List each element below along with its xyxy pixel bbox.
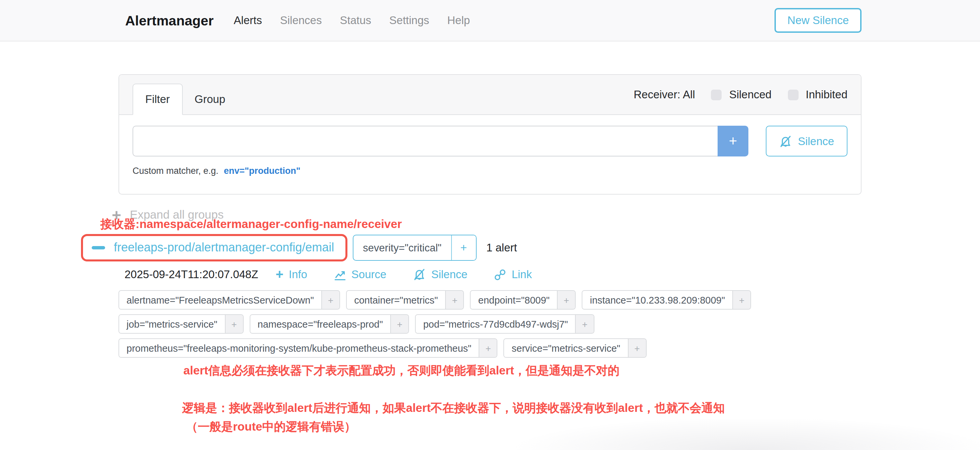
label-row: prometheus="freeleaps-monitoring-system/…	[118, 338, 862, 358]
add-label-filter-button[interactable]: +	[224, 315, 243, 333]
checkbox-icon[interactable]	[788, 89, 798, 100]
label-chip: alertname="FreeleapsMetricsServiceDown" …	[118, 290, 340, 310]
link-link[interactable]: Link	[494, 268, 532, 281]
nav-silences[interactable]: Silences	[280, 14, 322, 27]
alert-header-row: 2025-09-24T11:20:07.048Z + Info Source	[118, 268, 862, 281]
label-row: alertname="FreeleapsMetricsServiceDown" …	[118, 290, 862, 310]
silence-link-label: Silence	[431, 268, 467, 281]
receiver-filter-label[interactable]: Receiver: All	[633, 88, 695, 101]
info-link-label: Info	[289, 268, 307, 281]
alert-labels: alertname="FreeleapsMetricsServiceDown" …	[118, 290, 862, 358]
add-label-filter-button[interactable]: +	[479, 339, 497, 357]
label-text: container="metrics"	[347, 291, 445, 309]
label-text: instance="10.233.98.209:8009"	[582, 291, 732, 309]
annotation-line-1: alert信息必须在接收器下才表示配置成功，否则即使能看到alert，但是通知是…	[183, 363, 862, 379]
filter-tabs: Filter Group	[132, 75, 237, 114]
add-label-filter-button[interactable]: +	[628, 339, 646, 357]
label-chip: instance="10.233.98.209:8009" +	[582, 290, 751, 310]
annotation-line-3: （一般是route中的逻辑有错误）	[186, 418, 862, 435]
label-chip: endpoint="8009" +	[470, 290, 576, 310]
annotation-line-2: 逻辑是：接收器收到alert后进行通知，如果alert不在接收器下，说明接收器没…	[182, 400, 862, 417]
label-chip: container="metrics" +	[346, 290, 464, 310]
chart-line-icon	[334, 268, 346, 280]
alert-timestamp: 2025-09-24T11:20:07.048Z	[124, 268, 258, 281]
link-icon	[494, 268, 506, 280]
alertmanager-page: Alertmanager Alerts Silences Status Sett…	[0, 0, 980, 450]
hint-text: Custom matcher, e.g.	[132, 166, 218, 176]
label-text: service="metrics-service"	[504, 339, 628, 357]
alert-group-row: freeleaps-prod/alertmanager-config/email…	[81, 234, 862, 261]
custom-matcher-hint: Custom matcher, e.g. env="production"	[132, 166, 848, 176]
source-link-label: Source	[352, 268, 387, 281]
add-label-filter-button[interactable]: +	[445, 291, 463, 309]
bell-slash-icon	[779, 135, 792, 147]
silence-button-label: Silence	[798, 135, 834, 147]
alert-count: 1 alert	[486, 241, 517, 254]
nav-alerts[interactable]: Alerts	[234, 14, 262, 27]
receiver-group-label: freeleaps-prod/alertmanager-config/email	[114, 241, 334, 255]
label-chip: job="metrics-service" +	[118, 314, 243, 334]
add-label-filter-button[interactable]: +	[732, 291, 750, 309]
alert-detail: 2025-09-24T11:20:07.048Z + Info Source	[118, 268, 862, 435]
navbar-inner: Alertmanager Alerts Silences Status Sett…	[118, 8, 862, 33]
source-link[interactable]: Source	[334, 268, 387, 281]
matcher-input[interactable]	[132, 126, 718, 157]
checkbox-icon[interactable]	[711, 89, 722, 100]
add-label-filter-button[interactable]: +	[557, 291, 575, 309]
tab-filter[interactable]: Filter	[132, 84, 182, 115]
plus-icon: +	[275, 269, 283, 279]
label-text: endpoint="8009"	[471, 291, 557, 309]
label-chip: namespace="freeleaps-prod" +	[250, 314, 409, 334]
add-matcher-button[interactable]: +	[718, 126, 748, 157]
label-text: namespace="freeleaps-prod"	[250, 315, 390, 333]
group-filter-chip: severity="critical" +	[353, 235, 476, 261]
main-content: Filter Group Receiver: All Silenced Inhi…	[118, 74, 862, 435]
new-silence-button[interactable]: New Silence	[775, 8, 862, 33]
label-text: prometheus="freeleaps-monitoring-system/…	[119, 339, 479, 357]
silence-link[interactable]: Silence	[413, 268, 467, 281]
add-label-filter-button[interactable]: +	[390, 315, 408, 333]
info-link[interactable]: + Info	[275, 268, 307, 281]
silenced-label: Silenced	[729, 88, 772, 101]
annotation-highlight-box: freeleaps-prod/alertmanager-config/email	[81, 234, 347, 261]
severity-filter-label: severity="critical"	[353, 235, 451, 260]
filter-card-body: + Silence Custom matcher, e.g. env="prod…	[119, 115, 861, 194]
matcher-input-group: +	[132, 126, 748, 157]
inhibited-checkbox[interactable]: Inhibited	[788, 88, 848, 101]
label-text: job="metrics-service"	[119, 315, 224, 333]
nav-help[interactable]: Help	[447, 14, 470, 27]
filter-card: Filter Group Receiver: All Silenced Inhi…	[118, 74, 862, 195]
add-label-filter-button[interactable]: +	[575, 315, 593, 333]
silence-button[interactable]: Silence	[766, 126, 848, 157]
collapse-minus-icon	[92, 246, 105, 250]
example-matcher-link[interactable]: env="production"	[224, 166, 301, 176]
tab-group[interactable]: Group	[182, 84, 237, 114]
add-label-filter-button[interactable]: +	[321, 291, 339, 309]
annotation-receiver-note: 接收器:namespace/altermanager-config-name/r…	[100, 216, 862, 233]
main-nav: Alerts Silences Status Settings Help	[234, 14, 470, 27]
add-group-filter-button[interactable]: +	[451, 235, 476, 260]
receiver-group-link[interactable]: freeleaps-prod/alertmanager-config/email	[92, 241, 334, 255]
label-chip: prometheus="freeleaps-monitoring-system/…	[118, 338, 498, 358]
label-text: alertname="FreeleapsMetricsServiceDown"	[119, 291, 321, 309]
label-text: pod="metrics-77d9cdb497-wdsj7"	[416, 315, 575, 333]
label-chip: pod="metrics-77d9cdb497-wdsj7" +	[415, 314, 594, 334]
navbar: Alertmanager Alerts Silences Status Sett…	[0, 0, 980, 41]
brand[interactable]: Alertmanager	[125, 13, 213, 29]
silenced-checkbox[interactable]: Silenced	[711, 88, 772, 101]
filter-card-header: Filter Group Receiver: All Silenced Inhi…	[119, 75, 861, 115]
bell-slash-icon	[413, 268, 426, 281]
label-chip: service="metrics-service" +	[504, 338, 647, 358]
inhibited-label: Inhibited	[806, 88, 848, 101]
filter-options: Receiver: All Silenced Inhibited	[633, 88, 848, 101]
nav-status[interactable]: Status	[340, 14, 371, 27]
nav-settings[interactable]: Settings	[389, 14, 429, 27]
label-row: job="metrics-service" + namespace="freel…	[118, 314, 862, 334]
link-link-label: Link	[512, 268, 532, 281]
